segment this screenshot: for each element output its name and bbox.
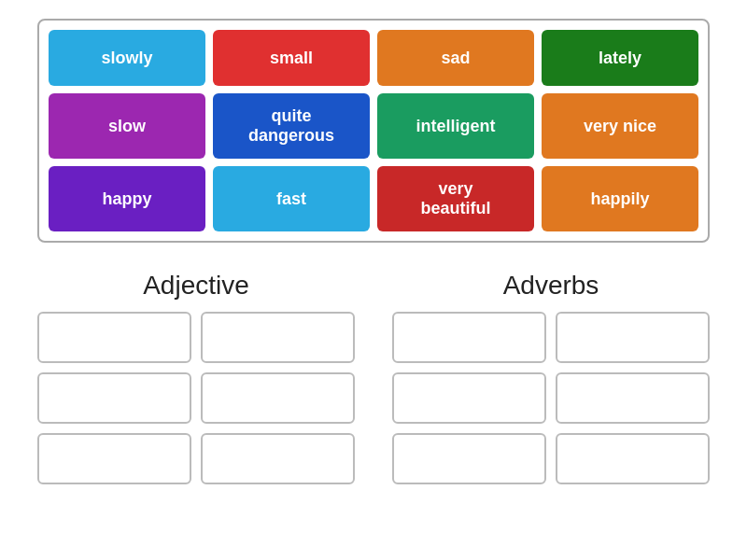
tile-fast[interactable]: fast	[213, 166, 370, 231]
drop-box[interactable]	[37, 433, 191, 484]
tile-very-nice[interactable]: very nice	[542, 93, 698, 159]
tile-happily[interactable]: happily	[542, 166, 698, 231]
drop-box[interactable]	[556, 312, 710, 363]
drop-box[interactable]	[392, 433, 546, 484]
word-bank: slowlysmallsadlatelyslowquite dangerousi…	[37, 19, 710, 243]
tile-quite-dangerous[interactable]: quite dangerous	[213, 93, 370, 159]
drop-box[interactable]	[201, 433, 355, 484]
tile-happy[interactable]: happy	[49, 166, 205, 231]
adjective-title: Adjective	[37, 271, 355, 301]
drop-box[interactable]	[556, 433, 710, 484]
tile-slow[interactable]: slow	[49, 93, 205, 159]
tile-lately[interactable]: lately	[542, 30, 698, 86]
adverbs-title: Adverbs	[392, 271, 710, 301]
drop-box[interactable]	[392, 312, 546, 363]
tile-sad[interactable]: sad	[377, 30, 534, 86]
drop-box[interactable]	[37, 312, 191, 363]
adverbs-category: Adverbs	[392, 271, 710, 484]
tile-very-beautiful[interactable]: very beautiful	[377, 166, 534, 231]
adverbs-drop-grid	[392, 312, 710, 484]
categories-section: Adjective Adverbs	[37, 271, 710, 484]
tile-intelligent[interactable]: intelligent	[377, 93, 534, 159]
drop-box[interactable]	[201, 372, 355, 424]
drop-box[interactable]	[201, 312, 355, 363]
adjective-category: Adjective	[37, 271, 355, 484]
drop-box[interactable]	[392, 372, 546, 424]
drop-box[interactable]	[37, 372, 191, 424]
tile-small[interactable]: small	[213, 30, 370, 86]
drop-box[interactable]	[556, 372, 710, 424]
tile-slowly[interactable]: slowly	[49, 30, 205, 86]
adjective-drop-grid	[37, 312, 355, 484]
